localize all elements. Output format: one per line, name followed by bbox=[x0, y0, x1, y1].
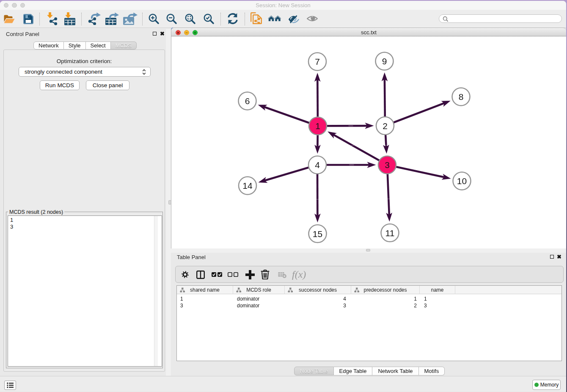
svg-text:6: 6 bbox=[245, 96, 250, 106]
svg-text:7: 7 bbox=[315, 57, 320, 66]
svg-text:14: 14 bbox=[242, 181, 253, 190]
svg-text:15: 15 bbox=[313, 229, 322, 239]
svg-text:3: 3 bbox=[385, 160, 390, 170]
svg-text:11: 11 bbox=[385, 228, 395, 238]
svg-text:8: 8 bbox=[459, 92, 464, 102]
svg-text:1: 1 bbox=[315, 121, 320, 131]
svg-text:2: 2 bbox=[383, 121, 388, 131]
svg-text:10: 10 bbox=[457, 176, 467, 186]
svg-text:9: 9 bbox=[382, 56, 387, 66]
svg-text:4: 4 bbox=[315, 160, 320, 170]
